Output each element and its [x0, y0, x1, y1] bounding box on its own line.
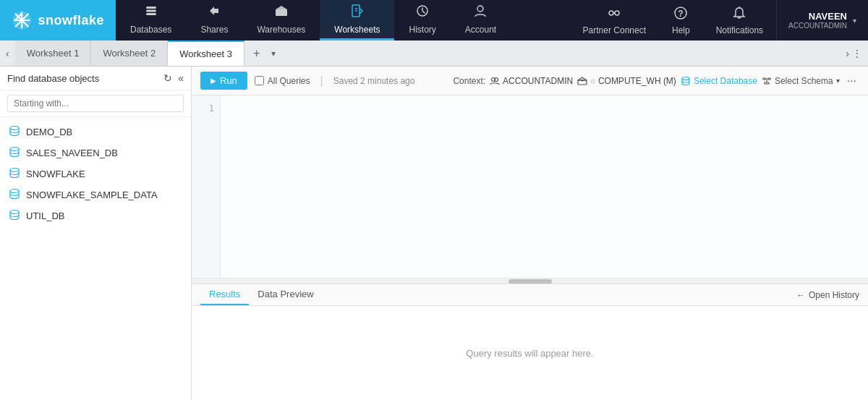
sidebar-header-actions: ↻ « — [163, 72, 184, 84]
context-bar: Context: ACCOUNTADMIN ○ COMPUTE_WH (M) S… — [453, 75, 859, 88]
editor-more-button[interactable]: ··· — [844, 75, 859, 88]
sidebar-search — [0, 90, 191, 117]
nav-partner-connect[interactable]: Partner Connect — [570, 0, 659, 41]
tab-actions: + ▾ — [247, 47, 280, 60]
tab-worksheet2[interactable]: Worksheet 2 — [91, 41, 168, 66]
nav-item-history[interactable]: History — [394, 0, 450, 41]
saved-status: Saved 2 minutes ago — [333, 76, 415, 86]
tab-prev-button[interactable]: ‹ — [0, 41, 15, 66]
worksheets-icon — [350, 4, 365, 22]
nav-item-databases[interactable]: Databases — [116, 0, 186, 41]
svg-point-30 — [682, 77, 689, 80]
svg-point-29 — [582, 79, 584, 81]
results-tabs-bar: Results Data Preview ← Open History — [192, 284, 868, 306]
sidebar-collapse-button[interactable]: « — [178, 72, 184, 84]
db-name-sales: SALES_NAVEEN_DB — [26, 148, 118, 158]
toolbar-separator: | — [320, 75, 323, 88]
logo-area[interactable]: snowflake — [0, 0, 116, 41]
tab-next-icon[interactable]: › — [846, 48, 849, 59]
svg-point-14 — [477, 6, 483, 12]
code-content[interactable] — [221, 95, 868, 278]
nav-partner-connect-label: Partner Connect — [583, 25, 646, 35]
logo-text: snowflake — [38, 13, 104, 28]
warehouse-bullet: ○ — [590, 77, 595, 85]
shares-icon — [207, 4, 221, 22]
database-icon-sample — [9, 188, 20, 202]
sidebar-header: Find database objects ↻ « — [0, 67, 191, 90]
db-item-sample[interactable]: SNOWFLAKE_SAMPLE_DATA — [0, 184, 191, 205]
editor-area: ▶ Run All Queries | Saved 2 minutes ago … — [192, 67, 868, 400]
user-section[interactable]: NAVEEN ACCOUNTADMIN ▾ — [776, 0, 868, 41]
warehouse-icon — [577, 76, 587, 86]
svg-point-22 — [10, 148, 19, 151]
main-layout: Find database objects ↻ « DEMO_DB SALES_… — [0, 67, 868, 400]
nav-databases-label: Databases — [130, 25, 171, 35]
databases-icon — [144, 4, 158, 22]
tab-worksheet1[interactable]: Worksheet 1 — [15, 41, 92, 66]
select-schema-label: Select Schema — [775, 76, 833, 86]
svg-rect-8 — [146, 13, 156, 15]
open-history-arrow-icon: ← — [796, 290, 805, 300]
tab-add-button[interactable]: + — [247, 47, 265, 60]
partner-connect-icon — [607, 6, 621, 22]
run-icon: ▶ — [210, 77, 216, 85]
select-database-button[interactable]: Select Database — [681, 76, 757, 86]
results-tab[interactable]: Results — [200, 284, 249, 305]
select-db-icon — [681, 76, 691, 86]
tabs-bar: ‹ Worksheet 1 Worksheet 2 Worksheet 3 + … — [0, 41, 868, 67]
line-number-1: 1 — [192, 101, 220, 116]
nav-worksheets-label: Worksheets — [334, 25, 380, 35]
editor-scroll-thumb[interactable] — [509, 279, 552, 284]
tab-more-icon[interactable]: ⋮ — [852, 48, 862, 59]
open-history-label: Open History — [809, 290, 859, 300]
data-preview-tab[interactable]: Data Preview — [249, 284, 322, 305]
svg-point-21 — [10, 127, 19, 130]
svg-rect-7 — [146, 10, 156, 12]
nav-shares-label: Shares — [200, 25, 228, 35]
context-label: Context: — [453, 76, 485, 86]
db-item-util[interactable]: UTIL_DB — [0, 205, 191, 226]
svg-rect-9 — [276, 9, 287, 16]
svg-rect-6 — [146, 7, 156, 9]
svg-point-23 — [10, 169, 19, 172]
db-name-demo: DEMO_DB — [26, 127, 72, 137]
nav-history-label: History — [409, 25, 435, 35]
sidebar-search-input[interactable] — [7, 95, 184, 112]
tab-worksheet3[interactable]: Worksheet 3 — [168, 41, 244, 66]
nav-item-worksheets[interactable]: Worksheets — [320, 0, 394, 41]
line-numbers: 1 — [192, 95, 221, 278]
user-name: NAVEEN — [788, 11, 847, 22]
all-queries-label: All Queries — [268, 76, 310, 86]
snowflake-logo-icon — [12, 9, 32, 32]
account-icon — [473, 4, 488, 22]
nav-item-shares[interactable]: Shares — [186, 0, 242, 41]
nav-item-warehouses[interactable]: Warehouses — [242, 0, 320, 41]
nav-help[interactable]: ? Help — [659, 0, 703, 41]
tab-nav-right: › ⋮ — [846, 48, 868, 59]
sidebar: Find database objects ↻ « DEMO_DB SALES_… — [0, 67, 192, 400]
tab-dropdown-button[interactable]: ▾ — [267, 48, 280, 59]
context-role: ACCOUNTADMIN — [490, 76, 573, 86]
history-icon — [415, 4, 430, 22]
all-queries-checkbox[interactable] — [255, 76, 264, 85]
nav-account-label: Account — [465, 25, 496, 35]
db-item-snowflake[interactable]: SNOWFLAKE — [0, 163, 191, 184]
run-label: Run — [220, 75, 237, 86]
nav-notifications[interactable]: Notifications — [703, 0, 776, 41]
warehouses-icon — [274, 4, 289, 22]
svg-point-25 — [10, 210, 19, 214]
sidebar-refresh-button[interactable]: ↻ — [163, 72, 172, 84]
help-icon: ? — [673, 6, 688, 22]
database-list: DEMO_DB SALES_NAVEEN_DB SNOWFLAKE SNOWFL… — [0, 117, 191, 400]
db-item-demo[interactable]: DEMO_DB — [0, 122, 191, 142]
nav-item-account[interactable]: Account — [451, 0, 511, 41]
open-history-button[interactable]: ← Open History — [796, 290, 859, 300]
sidebar-title: Find database objects — [7, 73, 99, 84]
editor-horizontal-scrollbar[interactable] — [192, 278, 868, 284]
select-database-label: Select Database — [694, 76, 757, 86]
select-schema-button[interactable]: Select Schema ▾ — [762, 76, 840, 86]
database-icon — [9, 125, 20, 139]
db-name-util: UTIL_DB — [26, 210, 64, 221]
run-button[interactable]: ▶ Run — [200, 72, 247, 90]
db-item-sales[interactable]: SALES_NAVEEN_DB — [0, 142, 191, 163]
